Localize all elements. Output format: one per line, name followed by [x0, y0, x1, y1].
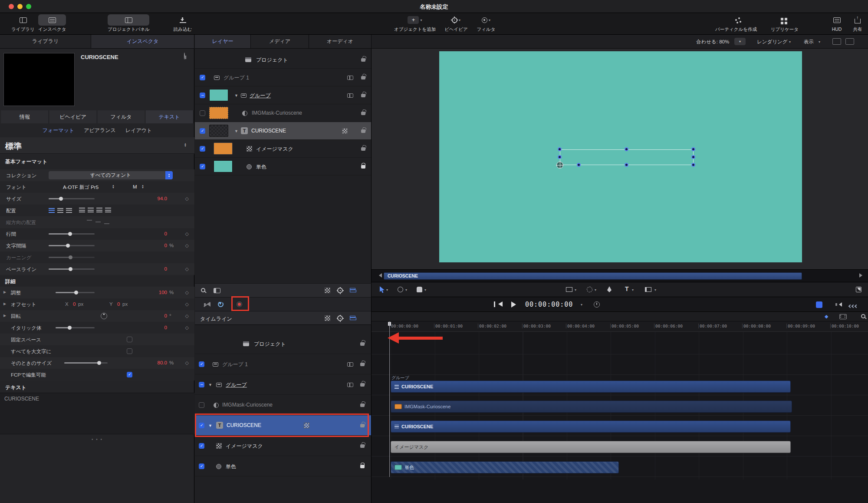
disclosure-icon[interactable]: ▶ [3, 290, 6, 294]
timeline-row-solid[interactable]: 単色 [195, 456, 371, 477]
tab-text[interactable]: テキスト [145, 110, 194, 123]
monospace-checkbox[interactable] [127, 337, 132, 342]
anchor-point[interactable] [556, 162, 563, 169]
size-slider[interactable] [49, 198, 95, 199]
rectangle-tool-icon[interactable] [566, 287, 572, 292]
show-masks-icon[interactable] [325, 315, 330, 321]
film-icon[interactable] [347, 383, 353, 387]
text-tool-dropdown[interactable]: ▾ [632, 288, 634, 292]
transform-tool-dropdown[interactable]: ▾ [405, 288, 407, 292]
disclosure-triangle[interactable]: ▼ [234, 129, 238, 133]
font-family-stepper[interactable]: ▲▼ [112, 185, 115, 189]
track-bar-imgmask[interactable]: IMGMask-Curioscene [391, 400, 792, 413]
track-bar-group-curioscene[interactable]: CURIOSCENE [391, 381, 791, 393]
timecode-display[interactable]: 00:00:00:00 [525, 301, 573, 308]
keyframe-icon[interactable]: ◇ [185, 313, 189, 319]
panel-resize-handle[interactable]: • • • [0, 437, 194, 442]
activation-checkbox[interactable] [200, 93, 205, 98]
disclosure-icon[interactable]: ▶ [3, 302, 6, 306]
valign-middle-icon[interactable] [95, 220, 101, 224]
all-caps-size-value[interactable]: 80.0 [148, 360, 167, 365]
keyframe-icon[interactable]: ◇ [185, 243, 189, 248]
timeline-row-imgmask[interactable]: IMGMask-Curioscene [195, 395, 371, 415]
rotation-dial[interactable] [101, 313, 107, 319]
pin-icon[interactable] [184, 53, 185, 60]
preset-stepper[interactable]: ▲▼ [184, 143, 187, 147]
mask-tool-dropdown[interactable]: ▾ [595, 288, 596, 292]
view-menu[interactable]: 表示 [804, 39, 814, 45]
show-behaviors-icon[interactable] [337, 288, 343, 293]
mute-icon[interactable] [205, 302, 210, 307]
activation-checkbox[interactable] [199, 443, 204, 449]
unlock-icon[interactable] [361, 112, 365, 115]
project-panel-button[interactable]: プロジェクトパネル [108, 14, 149, 33]
go-to-start-button[interactable] [494, 301, 495, 307]
hand-tool-icon[interactable] [417, 287, 422, 292]
text-tool-icon[interactable]: T [625, 285, 629, 292]
selection-handle[interactable] [691, 147, 695, 151]
collapse-chevrons-icon[interactable] [849, 303, 858, 309]
hand-tool-dropdown[interactable]: ▾ [424, 288, 426, 292]
keyframes-toggle-icon[interactable]: ◆ [825, 314, 828, 319]
text-content-field[interactable]: CURIOSCENE [0, 393, 194, 434]
timeline-row-group1[interactable]: グループ 1 [195, 354, 371, 374]
adjust-slider[interactable] [56, 292, 95, 293]
subtab-format[interactable]: フォーマット [43, 127, 74, 134]
behaviors-button[interactable]: ▾ ビヘイビア [443, 14, 470, 33]
keyframe-icon[interactable]: ◇ [185, 266, 189, 272]
film-icon[interactable] [347, 362, 353, 367]
line-spacing-slider[interactable] [49, 233, 95, 235]
justify-last-right-icon[interactable] [96, 208, 102, 213]
activation-checkbox[interactable] [199, 402, 204, 408]
keyframe-icon[interactable]: ◇ [185, 290, 189, 295]
mask-tool-icon[interactable] [587, 287, 592, 292]
layout-tool-dropdown[interactable]: ▾ [654, 288, 656, 292]
justify-last-center-icon[interactable] [88, 208, 94, 213]
replicator-button[interactable]: リプリケータ [766, 14, 803, 33]
justify-all-icon[interactable] [105, 208, 111, 213]
unlock-icon[interactable] [360, 404, 365, 407]
unlock-icon[interactable] [361, 76, 365, 79]
show-layers-icon[interactable] [350, 316, 355, 318]
inspector-button[interactable]: インスペクタ [38, 14, 66, 33]
subtab-layout[interactable]: レイアウト [125, 127, 152, 134]
keyframe-icon[interactable]: ◇ [185, 196, 189, 202]
align-right-icon[interactable] [66, 208, 72, 213]
track-bar-curioscene[interactable]: CURIOSCENE [391, 420, 791, 433]
layer-row-solid[interactable]: 単色 [195, 158, 371, 175]
zoom-dropdown-icon[interactable]: ▾ [734, 38, 746, 45]
duration-clock-icon[interactable] [594, 301, 600, 308]
tracking-value[interactable]: 0 [148, 243, 167, 248]
rotation-value[interactable]: 0 [148, 313, 167, 318]
display-options-icon[interactable] [845, 38, 854, 45]
mini-timeline-bar[interactable]: CURIOSCENE [384, 272, 802, 280]
tab-filters[interactable]: フィルタ [97, 110, 145, 123]
speaker-icon[interactable] [837, 302, 842, 307]
tab-library[interactable]: ライブラリ [0, 35, 91, 48]
align-center-icon[interactable] [57, 208, 63, 213]
panel-toggle-icon[interactable] [214, 288, 220, 293]
offset-x-value[interactable]: 0 [73, 301, 76, 307]
activation-checkbox[interactable] [200, 146, 205, 152]
selection-handle[interactable] [577, 163, 581, 167]
font-weight-stepper[interactable]: ▲▼ [141, 185, 144, 189]
timeline-ruler[interactable]: 00:00:00:00 00:00:01:00 00:00:02:00 00:0… [372, 321, 868, 332]
unlock-icon[interactable] [360, 342, 365, 346]
activation-checkbox[interactable] [199, 382, 204, 387]
share-button[interactable]: 共有 [849, 14, 866, 33]
unlock-icon[interactable] [360, 383, 365, 387]
disclosure-triangle[interactable]: ▼ [234, 93, 238, 98]
timeline-row-project[interactable]: プロジェクト [195, 334, 371, 354]
mask-applied-icon[interactable] [342, 128, 348, 134]
activation-checkbox[interactable] [200, 128, 205, 134]
show-masks-icon[interactable] [325, 288, 330, 293]
tracking-slider[interactable] [49, 245, 95, 246]
timeline-row-group[interactable]: ▼ グループ [195, 374, 371, 395]
add-object-button[interactable]: +▾ オブジェクトを追加 [394, 14, 436, 33]
all-caps-checkbox[interactable] [127, 348, 132, 354]
layer-row-curioscene[interactable]: ▼ T CURIOSCENE [195, 122, 371, 140]
unlock-icon[interactable] [361, 147, 365, 151]
select-tool-dropdown[interactable]: ▾ [386, 288, 388, 292]
make-particles-button[interactable]: パーティクルを作成 [713, 14, 759, 33]
select-tool-icon[interactable] [379, 286, 385, 293]
